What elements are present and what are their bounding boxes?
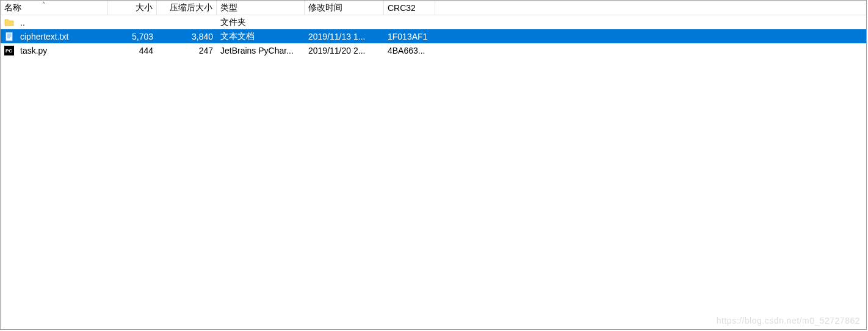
file-size: 444 (108, 46, 157, 55)
file-mtime: 2019/11/20 2... (305, 46, 384, 55)
column-header-name[interactable]: 名称 ˄ (1, 1, 108, 15)
file-rows: .. 文件夹 ciphertext.txt 5,703 3,840 文本文档 (1, 15, 866, 57)
file-type: 文本文档 (217, 31, 305, 42)
column-header-size-label: 大小 (136, 2, 153, 13)
watermark-text: https://blog.csdn.net/m0_52727862 (717, 316, 860, 326)
file-list-pane: 名称 ˄ 大小 压缩后大小 类型 修改时间 CRC32 .. 文件夹 (0, 0, 867, 330)
file-crc: 1F013AF1 (384, 32, 435, 41)
column-header-size[interactable]: 大小 (108, 1, 157, 15)
svg-text:PC: PC (5, 48, 12, 54)
file-csize: 3,840 (157, 32, 217, 41)
file-mtime: 2019/11/13 1... (305, 32, 384, 41)
column-header-name-label: 名称 (4, 2, 21, 13)
column-header-crc[interactable]: CRC32 (384, 1, 435, 15)
file-type: JetBrains PyChar... (217, 46, 305, 55)
pycharm-icon: PC (4, 46, 14, 55)
table-row[interactable]: ciphertext.txt 5,703 3,840 文本文档 2019/11/… (1, 29, 866, 43)
table-row[interactable]: PC task.py 444 247 JetBrains PyChar... 2… (1, 43, 866, 57)
sort-indicator-icon: ˄ (42, 2, 45, 8)
text-file-icon (4, 32, 14, 41)
column-header-type[interactable]: 类型 (217, 1, 305, 15)
folder-icon (4, 18, 14, 27)
column-header-csize-label: 压缩后大小 (170, 2, 212, 13)
table-row[interactable]: .. 文件夹 (1, 15, 866, 29)
file-crc: 4BA663... (384, 46, 435, 55)
file-name: ciphertext.txt (16, 32, 108, 41)
file-type: 文件夹 (217, 17, 305, 28)
column-header-mtime[interactable]: 修改时间 (305, 1, 384, 15)
column-header-type-label: 类型 (220, 2, 237, 13)
column-header-mtime-label: 修改时间 (308, 2, 342, 13)
file-name: task.py (16, 46, 108, 55)
column-header-crc-label: CRC32 (388, 3, 416, 13)
file-name: .. (16, 18, 108, 27)
file-csize: 247 (157, 46, 217, 55)
column-header-csize[interactable]: 压缩后大小 (157, 1, 217, 15)
file-size: 5,703 (108, 32, 157, 41)
column-header-row: 名称 ˄ 大小 压缩后大小 类型 修改时间 CRC32 (1, 1, 866, 15)
